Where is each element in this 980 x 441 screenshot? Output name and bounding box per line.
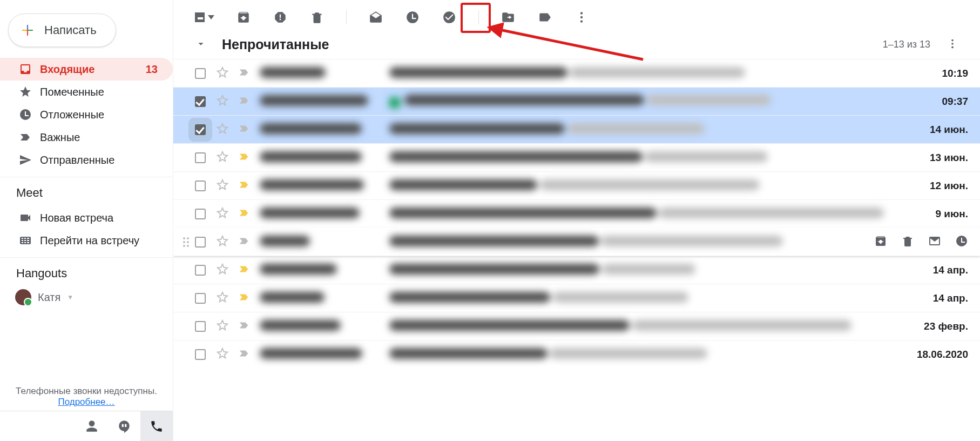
row-checkbox[interactable]	[195, 265, 206, 276]
row-sender	[260, 179, 389, 192]
row-importance-marker[interactable]	[238, 151, 250, 165]
row-delete-icon[interactable]	[901, 235, 914, 250]
email-row[interactable]	[173, 228, 980, 256]
sidebar-item-starred[interactable]: Помеченные	[0, 81, 173, 103]
drag-handle-icon[interactable]	[183, 235, 191, 250]
section-more-button[interactable]	[947, 38, 958, 52]
mark-read-button[interactable]	[368, 10, 383, 25]
row-star-icon[interactable]	[217, 179, 228, 193]
row-star-icon[interactable]	[217, 123, 228, 137]
row-importance-marker[interactable]	[238, 348, 250, 362]
email-row[interactable]: 12 июн.	[173, 171, 980, 199]
person-icon[interactable]	[76, 411, 108, 441]
phone-icon[interactable]	[140, 411, 173, 441]
row-importance-marker[interactable]	[238, 291, 250, 305]
row-sender	[260, 348, 389, 361]
sidebar-item-label: Важные	[40, 131, 173, 144]
star-icon	[16, 85, 35, 98]
snooze-button[interactable]	[405, 10, 420, 25]
row-sender	[260, 208, 389, 220]
row-markread-icon[interactable]	[928, 235, 941, 250]
row-star-icon[interactable]	[217, 151, 228, 165]
row-importance-marker[interactable]	[238, 179, 250, 193]
row-importance-marker[interactable]	[238, 263, 250, 277]
email-row[interactable]: 14 июн.	[173, 115, 980, 143]
hangouts-icon[interactable]	[108, 411, 140, 441]
row-sender	[260, 95, 389, 108]
meet-join-label: Перейти на встречу	[40, 235, 173, 247]
email-row[interactable]: 10:19	[173, 59, 980, 87]
email-row[interactable]: 13 июн.	[173, 143, 980, 171]
row-checkbox[interactable]	[195, 181, 206, 191]
email-row[interactable]: 18.06.2020	[173, 340, 980, 368]
email-row[interactable]: 23 февр.	[173, 312, 980, 340]
row-checkbox[interactable]	[195, 209, 206, 219]
more-button[interactable]	[574, 10, 589, 25]
phone-notice: Телефонные звонки недоступны. Подробнее…	[0, 386, 173, 411]
chevron-down-icon: ▼	[67, 293, 73, 301]
delete-button[interactable]	[309, 10, 325, 25]
sidebar-item-inbox[interactable]: Входящие 13	[0, 58, 173, 81]
row-snooze-icon[interactable]	[955, 235, 968, 250]
row-star-icon[interactable]	[217, 319, 228, 333]
archive-button[interactable]	[236, 10, 251, 25]
add-task-button[interactable]	[442, 10, 457, 25]
report-spam-button[interactable]	[273, 10, 288, 25]
hangouts-user-row[interactable]: Катя ▼	[0, 287, 173, 305]
row-checkbox[interactable]	[195, 237, 206, 248]
svg-point-4	[951, 39, 954, 41]
sidebar-item-important[interactable]: Важные	[0, 126, 173, 149]
email-row[interactable]: 14 апр.	[173, 256, 980, 284]
row-checkbox[interactable]	[195, 293, 206, 304]
row-subject	[389, 348, 903, 361]
sidebar-item-label: Входящие	[40, 63, 146, 76]
compose-button[interactable]: Написать	[8, 14, 116, 47]
hangouts-title: Hangouts	[0, 263, 173, 287]
row-checkbox[interactable]	[195, 124, 206, 135]
row-sender	[260, 264, 389, 277]
row-subject	[389, 95, 903, 109]
row-star-icon[interactable]	[217, 235, 228, 249]
row-time: 14 апр.	[903, 292, 968, 304]
row-checkbox[interactable]	[195, 96, 206, 107]
row-star-icon[interactable]	[217, 263, 228, 277]
meet-join[interactable]: Перейти на встречу	[0, 229, 173, 252]
sidebar-item-sent[interactable]: Отправленные	[0, 149, 173, 171]
email-row[interactable]: 9 июн.	[173, 199, 980, 228]
sent-icon	[16, 153, 35, 166]
row-star-icon[interactable]	[217, 95, 228, 109]
row-star-icon[interactable]	[217, 348, 228, 362]
row-sender	[260, 123, 389, 136]
svg-point-0	[580, 12, 583, 14]
row-subject	[389, 292, 903, 305]
labels-button[interactable]	[537, 10, 552, 25]
row-archive-icon[interactable]	[874, 235, 887, 250]
row-checkbox[interactable]	[195, 321, 206, 332]
row-checkbox[interactable]	[195, 68, 206, 79]
row-importance-marker[interactable]	[238, 207, 250, 221]
email-list: 10:19 09:37 14 июн. 13 июн.	[173, 59, 980, 441]
select-all-dropdown[interactable]	[195, 12, 214, 22]
row-subject	[389, 264, 903, 277]
row-checkbox[interactable]	[195, 152, 206, 163]
row-importance-marker[interactable]	[238, 95, 250, 109]
row-star-icon[interactable]	[217, 207, 228, 221]
row-subject	[389, 151, 903, 164]
move-to-button[interactable]	[501, 10, 516, 25]
row-star-icon[interactable]	[217, 66, 228, 81]
phone-more-link[interactable]: Подробнее…	[58, 397, 114, 407]
email-row[interactable]: 14 апр.	[173, 284, 980, 312]
meet-new[interactable]: Новая встреча	[0, 206, 173, 229]
row-importance-marker[interactable]	[238, 123, 250, 137]
sidebar-item-snoozed[interactable]: Отложенные	[0, 103, 173, 126]
row-importance-marker[interactable]	[238, 319, 250, 333]
row-sender	[260, 151, 389, 164]
row-importance-marker[interactable]	[238, 235, 250, 249]
collapse-icon[interactable]	[195, 38, 207, 52]
email-row[interactable]: 09:37	[173, 87, 980, 115]
row-importance-marker[interactable]	[238, 66, 250, 81]
row-star-icon[interactable]	[217, 291, 228, 305]
svg-point-1	[580, 16, 583, 18]
row-subject	[389, 320, 903, 333]
row-checkbox[interactable]	[195, 349, 206, 360]
